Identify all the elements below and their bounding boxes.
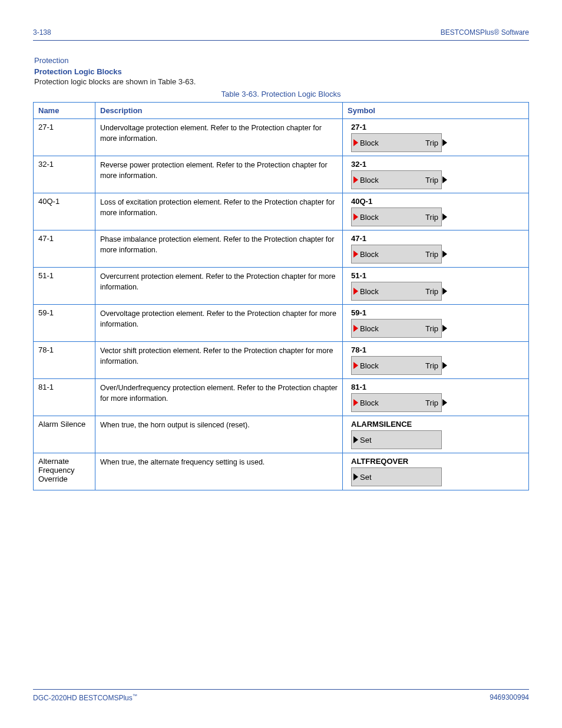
output-triangle-icon xyxy=(442,139,447,146)
intro-text: Protection logic blocks are shown in Tab… xyxy=(34,77,529,86)
output-triangle-icon xyxy=(442,176,447,183)
row-symbol-cell: 81-1 BlockTrip xyxy=(343,379,529,416)
page-footer: DGC-2020HD BESTCOMSPlus™ 9469300994 xyxy=(33,689,529,702)
row-name: 59-1 xyxy=(34,305,95,342)
output-triangle-icon xyxy=(442,325,447,332)
symbol-label: ALARMSILENCE xyxy=(351,420,524,429)
output-triangle-icon xyxy=(442,399,447,406)
table-row: 59-1Overvoltage protection element. Refe… xyxy=(34,305,529,342)
table-row: Alternate Frequency OverrideWhen true, t… xyxy=(34,453,529,490)
footer-right: 9469300994 xyxy=(490,693,529,702)
header-page-number: 3-138 xyxy=(33,28,51,37)
trademark-symbol: ™ xyxy=(133,693,137,699)
row-description: Undervoltage protection element. Refer t… xyxy=(95,119,343,156)
symbol-label: 78-1 xyxy=(351,345,524,354)
input-triangle-icon xyxy=(353,399,358,406)
symbol-output-label: Trip xyxy=(425,250,438,259)
symbol-block: BlockTrip xyxy=(351,170,442,189)
symbol-label: 27-1 xyxy=(351,123,524,131)
row-description: Overvoltage protection element. Refer to… xyxy=(95,305,343,342)
section-heading-1: Protection xyxy=(34,56,529,65)
input-triangle-icon xyxy=(353,436,358,443)
input-triangle-icon xyxy=(353,176,358,183)
output-triangle-icon xyxy=(442,362,447,369)
input-triangle-icon xyxy=(353,213,358,220)
col-header-name: Name xyxy=(34,103,95,119)
protection-logic-table: Name Description Symbol 27-1Undervoltage… xyxy=(33,102,529,490)
row-symbol-cell: ALTFREQOVER Set xyxy=(343,453,529,490)
row-name: 78-1 xyxy=(34,342,95,379)
symbol-input-label: Block xyxy=(360,213,379,222)
symbol-block: BlockTrip xyxy=(351,319,442,338)
row-symbol-cell: 51-1 BlockTrip xyxy=(343,268,529,305)
output-triangle-icon xyxy=(442,213,447,220)
symbol-input-label: Block xyxy=(360,287,379,296)
symbol-output-label: Trip xyxy=(425,213,438,222)
symbol-input-label: Block xyxy=(360,361,379,370)
row-name: 81-1 xyxy=(34,379,95,416)
symbol-label: 40Q-1 xyxy=(351,197,524,206)
row-symbol-cell: ALARMSILENCE Set xyxy=(343,416,529,453)
row-description: Reverse power protection element. Refer … xyxy=(95,156,343,193)
table-row: 47-1Phase imbalance protection element. … xyxy=(34,230,529,268)
row-name: Alarm Silence xyxy=(34,416,95,453)
row-description: Phase imbalance protection element. Refe… xyxy=(95,230,343,268)
input-triangle-icon xyxy=(353,288,358,295)
symbol-block: BlockTrip xyxy=(351,393,442,412)
row-symbol-cell: 40Q-1 BlockTrip xyxy=(343,193,529,230)
symbol-label: 51-1 xyxy=(351,271,524,280)
symbol-block: Set xyxy=(351,467,442,486)
input-triangle-icon xyxy=(353,473,358,480)
table-row: 40Q-1Loss of excitation protection eleme… xyxy=(34,193,529,230)
table-caption: Table 3-63. Protection Logic Blocks xyxy=(33,90,529,98)
row-name: 47-1 xyxy=(34,230,95,268)
symbol-output-label: Trip xyxy=(425,176,438,185)
table-row: 51-1Overcurrent protection element. Refe… xyxy=(34,268,529,305)
symbol-label: 47-1 xyxy=(351,234,524,243)
footer-left-a: DGC-2020HD xyxy=(33,694,77,702)
row-description: When true, the horn output is silenced (… xyxy=(95,416,343,453)
row-name: 32-1 xyxy=(34,156,95,193)
symbol-input-label: Block xyxy=(360,139,379,147)
table-row: Alarm SilenceWhen true, the horn output … xyxy=(34,416,529,453)
row-description: Vector shift protection element. Refer t… xyxy=(95,342,343,379)
symbol-output-label: Trip xyxy=(425,324,438,333)
table-row: 32-1Reverse power protection element. Re… xyxy=(34,156,529,193)
row-name: 27-1 xyxy=(34,119,95,156)
symbol-label: 59-1 xyxy=(351,308,524,317)
table-row: 27-1Undervoltage protection element. Ref… xyxy=(34,119,529,156)
symbol-block: BlockTrip xyxy=(351,133,442,152)
row-name: 51-1 xyxy=(34,268,95,305)
output-triangle-icon xyxy=(442,288,447,295)
symbol-block: BlockTrip xyxy=(351,245,442,263)
symbol-label: 81-1 xyxy=(351,383,524,391)
input-triangle-icon xyxy=(353,325,358,332)
table-row: 78-1Vector shift protection element. Ref… xyxy=(34,342,529,379)
row-name: Alternate Frequency Override xyxy=(34,453,95,490)
row-symbol-cell: 27-1 BlockTrip xyxy=(343,119,529,156)
symbol-label: 32-1 xyxy=(351,160,524,169)
symbol-block: Set xyxy=(351,430,442,449)
symbol-input-label: Block xyxy=(360,176,379,185)
input-triangle-icon xyxy=(353,139,358,146)
row-symbol-cell: 78-1 BlockTrip xyxy=(343,342,529,379)
table-row: 81-1Over/Underfrequency protection eleme… xyxy=(34,379,529,416)
symbol-input-label: Set xyxy=(360,473,372,482)
symbol-input-label: Set xyxy=(360,436,372,444)
footer-left-b: BESTCOMSPlus xyxy=(79,694,133,702)
row-name: 40Q-1 xyxy=(34,193,95,230)
section-heading-2: Protection Logic Blocks xyxy=(34,67,529,76)
row-symbol-cell: 47-1 BlockTrip xyxy=(343,230,529,268)
output-triangle-icon xyxy=(442,251,447,258)
row-description: Over/Underfrequency protection element. … xyxy=(95,379,343,416)
symbol-block: BlockTrip xyxy=(351,282,442,301)
input-triangle-icon xyxy=(353,251,358,258)
symbol-block: BlockTrip xyxy=(351,207,442,226)
symbol-input-label: Block xyxy=(360,324,379,333)
symbol-input-label: Block xyxy=(360,250,379,259)
input-triangle-icon xyxy=(353,362,358,369)
symbol-output-label: Trip xyxy=(425,361,438,370)
row-description: Loss of excitation protection element. R… xyxy=(95,193,343,230)
row-symbol-cell: 32-1 BlockTrip xyxy=(343,156,529,193)
symbol-output-label: Trip xyxy=(425,139,438,147)
